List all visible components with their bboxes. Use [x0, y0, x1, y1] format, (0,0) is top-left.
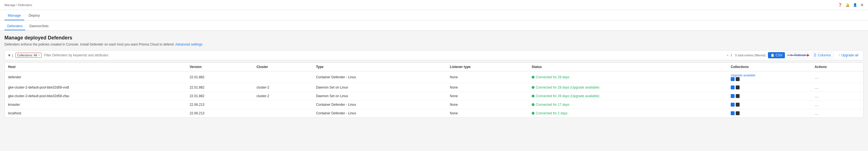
- upgrade-label: Upgrade all: [841, 53, 858, 57]
- settings-icon[interactable]: ⚙: [861, 3, 864, 7]
- top-nav: Manage / Defenders ❓ 🔔 👤 ⚙: [0, 0, 868, 10]
- collection-box-blue: [731, 111, 735, 115]
- cell-status: Connected for 28 days (Upgrade available…: [528, 83, 727, 92]
- top-nav-icons: ❓ 🔔 👤 ⚙: [838, 3, 864, 7]
- collection-box-dark: [736, 85, 740, 89]
- page-description: Defenders enforce the policies created i…: [4, 42, 864, 46]
- cell-version: 22.06.213: [186, 109, 253, 118]
- row-actions-menu[interactable]: …: [815, 103, 819, 107]
- status-text: Connected for 28 days (Upgrade available…: [536, 85, 599, 89]
- cell-listener: None: [446, 71, 528, 83]
- cell-listener: None: [446, 109, 528, 118]
- cell-listener: None: [446, 92, 528, 101]
- tab-manage[interactable]: Manage: [4, 11, 24, 20]
- columns-label: Columns: [818, 53, 831, 57]
- cell-type: Container Defender - Linux: [313, 109, 447, 118]
- cell-status: Connected for 2 days: [528, 109, 727, 118]
- cell-host: defender: [5, 71, 186, 83]
- collection-box-dark: [736, 111, 740, 115]
- collection-box-dark: [736, 77, 740, 81]
- cell-type: Container Defender - Linux: [313, 71, 447, 83]
- collection-box-blue: [731, 85, 735, 89]
- page-title: Manage deployed Defenders: [4, 35, 864, 41]
- main-tabs: Manage Deploy: [0, 10, 868, 21]
- col-header-listener[interactable]: Listener type: [446, 63, 528, 71]
- cell-status: Connected for 28 days (Upgrade available…: [528, 92, 727, 101]
- status-text: Connected for 17 days: [536, 103, 569, 107]
- cell-collections: [727, 101, 811, 109]
- status-text: Connected for 28 days: [536, 75, 569, 79]
- filter-tag-collections: Collections: All ×: [15, 53, 42, 58]
- refresh-icon: ↻: [790, 53, 793, 57]
- col-header-type[interactable]: Type: [313, 63, 447, 71]
- notifications-icon[interactable]: 🔔: [845, 3, 850, 7]
- filter-icon[interactable]: ▼ |: [7, 53, 13, 58]
- cell-listener: None: [446, 101, 528, 109]
- col-header-cluster[interactable]: Cluster: [253, 63, 313, 71]
- filter-tag-label: Collections: All: [17, 53, 37, 57]
- cell-actions: …: [811, 101, 863, 109]
- upgrade-all-button[interactable]: ↑ Upgrade all: [836, 52, 861, 58]
- csv-button[interactable]: 📋 CSV: [768, 52, 785, 58]
- cell-status: Connected for 28 days: [528, 71, 727, 83]
- cell-version: 22.01.882: [186, 92, 253, 101]
- search-input[interactable]: [44, 53, 724, 57]
- cell-cluster: cluster-2: [253, 92, 313, 101]
- refresh-button[interactable]: ↻ Refresh: [788, 52, 808, 58]
- upgrade-icon: ↑: [839, 53, 840, 57]
- col-header-actions: Actions: [811, 63, 863, 71]
- csv-icon: 📋: [770, 53, 775, 57]
- col-header-host: Host: [5, 63, 186, 71]
- advanced-settings-link[interactable]: Advanced settings: [175, 42, 202, 46]
- status-dot: [532, 86, 534, 89]
- collection-box-dark: [736, 103, 740, 107]
- cell-type: Container Defender - Linux: [313, 101, 447, 109]
- sub-tab-defenders[interactable]: Defenders: [4, 23, 25, 30]
- cell-collections: [727, 92, 811, 101]
- defenders-table: Host Version Cluster Type Listener type …: [4, 63, 864, 118]
- sub-tab-daemonsets[interactable]: DaemonSets: [26, 23, 51, 30]
- col-header-version[interactable]: Version: [186, 63, 253, 71]
- table-row: localhost 22.06.213 Container Defender -…: [5, 109, 863, 118]
- filter-tag-close[interactable]: ×: [38, 54, 40, 57]
- toolbar-right: 📋 CSV ↻ Refresh ☰ Columns ↑ Upgrade all: [768, 52, 861, 58]
- row-actions-menu[interactable]: …: [815, 111, 819, 115]
- cell-collections: [727, 109, 811, 118]
- collection-box-blue: [731, 103, 735, 107]
- cell-listener: None: [446, 83, 528, 92]
- status-dot: [532, 76, 534, 79]
- help-icon[interactable]: ❓: [838, 3, 842, 7]
- table-row: kmaster 22.06.213 Container Defender - L…: [5, 101, 863, 109]
- search-clear-icon[interactable]: ×: [727, 53, 728, 57]
- cell-type: Daemon Set on Linux: [313, 83, 447, 92]
- collection-box-blue: [731, 94, 735, 98]
- columns-button[interactable]: ☰ Columns: [811, 52, 833, 58]
- user-icon[interactable]: 👤: [853, 3, 857, 7]
- entry-count: 5 total entries (filtered): [735, 53, 766, 57]
- row-actions-menu[interactable]: …: [815, 94, 819, 98]
- table-header: Host Version Cluster Type Listener type …: [5, 63, 863, 71]
- table-row: gke-cluster-2-default-pool-bbe32d58-vvdt…: [5, 83, 863, 92]
- collection-box-dark: [736, 94, 740, 98]
- toolbar-container: ▼ | Collections: All × × ℹ 5 total entri…: [4, 50, 864, 60]
- info-icon: ℹ: [731, 53, 732, 57]
- csv-label: CSV: [776, 53, 783, 57]
- status-dot: [532, 103, 534, 106]
- col-header-status[interactable]: Status: [528, 63, 727, 71]
- table-row: defender 22.01.882 Container Defender - …: [5, 71, 863, 83]
- cell-cluster: [253, 101, 313, 109]
- tab-deploy[interactable]: Deploy: [25, 11, 43, 20]
- refresh-label: Refresh: [794, 53, 806, 57]
- row-actions-menu[interactable]: …: [815, 85, 819, 90]
- cell-host: localhost: [5, 109, 186, 118]
- upgrade-link[interactable]: Upgrade available: [731, 74, 755, 77]
- cell-version: 22.01.882: [186, 83, 253, 92]
- table-body: defender 22.01.882 Container Defender - …: [5, 71, 863, 118]
- cell-actions: …: [811, 71, 863, 83]
- table-row: gke-cluster-2-default-pool-bbe32d58-zfau…: [5, 92, 863, 101]
- status-dot: [532, 95, 534, 98]
- cell-version: 22.01.882: [186, 71, 253, 83]
- col-header-collections[interactable]: Collections: [727, 63, 811, 71]
- row-actions-menu[interactable]: …: [815, 75, 819, 79]
- page-content: Manage deployed Defenders Defenders enfo…: [0, 31, 868, 118]
